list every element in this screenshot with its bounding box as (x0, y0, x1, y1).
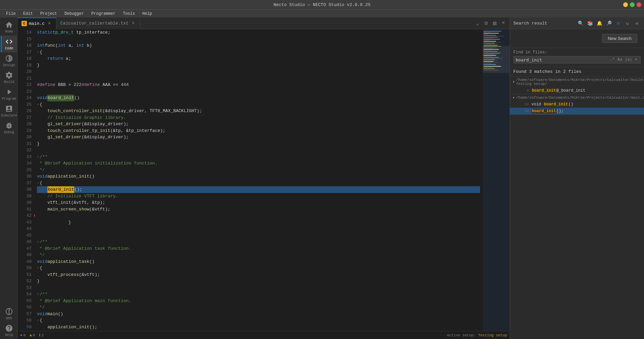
panel-icon-find-files[interactable]: ⊞ (614, 19, 622, 27)
match-highlight-0-0: board_init (531, 88, 556, 93)
sidebar-item-code[interactable]: Code (1, 36, 17, 52)
result-item-1-0[interactable]: 24 void board_init() (510, 101, 644, 108)
tab-close-all-btn[interactable]: × (500, 19, 507, 27)
match-highlight-1-0: board_init (544, 102, 568, 107)
tab-layout-btn[interactable]: ▤ (491, 19, 499, 28)
status-left: ● 0 ▲ 0 ℹ 2 (20, 333, 44, 337)
search-input-actions: .* Aa |a| × (609, 57, 638, 62)
sidebar-item-build[interactable]: Build (1, 69, 17, 86)
sidebar-item-design[interactable]: Design (1, 52, 17, 69)
search-regex-btn[interactable]: .* (609, 57, 615, 62)
close-control[interactable] (637, 2, 641, 7)
sidebar-item-simulate[interactable]: Simulate (1, 103, 17, 119)
search-close-btn[interactable]: × (634, 57, 638, 62)
search-input-row: .* Aa |a| × (513, 56, 641, 63)
tab-close-main-c[interactable]: × (47, 21, 52, 26)
file-path-0: /home/software/Documents/Mikroe/Projects… (516, 78, 644, 86)
code-line-24: void board_init() (37, 95, 480, 101)
sidebar-label-code: Code (5, 47, 13, 50)
sidebar-item-program[interactable]: Program (1, 86, 17, 103)
status-errors: ● 0 (20, 333, 26, 337)
code-line-54: */ (37, 304, 480, 311)
panel-icon-notifications[interactable]: 🔔 (596, 19, 603, 27)
panel-icon-compare[interactable]: ⇄ (633, 19, 641, 27)
tab-dropdown-btn[interactable]: ⌄ (474, 19, 481, 28)
tab-calcualtor[interactable]: Calcualtor_callertable.txt × (56, 17, 140, 29)
code-line-16: int func(int a, int b) (37, 42, 480, 49)
code-content[interactable]: static tp_drv_t tp_interface; int func(i… (34, 29, 483, 331)
tab-main-c[interactable]: C main.c × (17, 17, 56, 29)
file-header-0[interactable]: ▾ /home/software/Documents/Mikroe/Projec… (510, 77, 644, 87)
code-line-44: ▾/** (37, 239, 480, 245)
sidebar-item-web[interactable]: Web (1, 305, 17, 322)
sidebar-label-home: Home (5, 30, 13, 34)
menu-edit[interactable]: Edit (20, 11, 36, 17)
search-word-btn[interactable]: |a| (624, 57, 633, 62)
new-search-container: New Search (510, 29, 644, 48)
code-line-55: void main() (37, 311, 480, 318)
minimize-control[interactable] (623, 2, 628, 7)
code-line-37: ▾{ (37, 180, 480, 187)
menu-programmer[interactable]: Programmer (88, 11, 119, 17)
sidebar-item-home[interactable]: Home (1, 19, 17, 36)
result-item-0-0[interactable]: 4 board_init@_board_init (510, 87, 644, 94)
tab-close-calcualtor[interactable]: × (131, 20, 136, 26)
menu-debugger[interactable]: Debugger (61, 11, 87, 17)
sidebar-item-help[interactable]: Help (1, 322, 17, 339)
status-right: Active setup: Testing setup (447, 333, 507, 337)
result-text-1-0: void board_init() (531, 102, 641, 107)
active-setup-label[interactable]: Active setup: Testing setup (447, 333, 507, 337)
code-line-56: ▾{ (37, 317, 480, 324)
search-results[interactable]: ▾ /home/software/Documents/Mikroe/Projec… (510, 77, 644, 339)
menu-tools[interactable]: Tools (120, 11, 138, 17)
maximize-control[interactable] (630, 2, 635, 7)
code-line-58 (37, 330, 480, 331)
sidebar-label-help: Help (5, 333, 13, 337)
panel-icon-search[interactable]: 🔍 (577, 19, 584, 27)
code-line-40: vtft_init(&vtft, &tp); (37, 199, 480, 206)
code-line-14: static tp_drv_t tp_interface; (37, 29, 480, 36)
panel-icon-find[interactable]: 🔎 (605, 19, 612, 27)
file-header-1[interactable]: ▾ /home/software/Documents/Mikroe/Projec… (510, 94, 644, 101)
code-line-47: void application_task() (37, 258, 480, 265)
menu-project[interactable]: Project (37, 11, 60, 17)
left-sidebar: Home Code Design Build Program Simulate … (0, 17, 17, 339)
info-icon: ℹ (39, 333, 40, 337)
result-item-1-1[interactable]: 38 board_init(); (510, 108, 644, 114)
search-panel-title: Search result (513, 21, 547, 26)
search-input[interactable] (516, 57, 607, 62)
window-controls (623, 2, 641, 7)
tab-split-btn[interactable]: ⊟ (482, 19, 490, 28)
code-line-32 (37, 147, 480, 154)
search-panel-header: Search result 🔍 📚 🔔 🔎 ⊞ ↻ ⇄ (510, 17, 644, 29)
sidebar-label-simulate: Simulate (1, 114, 17, 117)
code-line-22: #define BBB = 222 #define AAA == 444 (37, 82, 480, 88)
code-line-25: ▾{ (37, 101, 480, 108)
code-line-27: // Initialize Graphic library. (37, 114, 480, 121)
code-line-39: // Initialize VTFT library. (37, 193, 480, 200)
sidebar-label-build: Build (4, 80, 14, 84)
code-line-57: application_init(); (37, 324, 480, 331)
code-line-21 (37, 75, 480, 82)
code-line-35: */ (37, 167, 480, 174)
code-and-minimap: 14 15 16 17 18 19 20 21 22 23 24 25 26 2… (17, 29, 510, 331)
chevron-down-icon-1: ▾ (513, 96, 515, 100)
tab-bar-actions: ⌄ ⊟ ▤ × (474, 19, 510, 28)
menu-file[interactable]: File (3, 11, 19, 17)
panel-icon-refresh[interactable]: ↻ (624, 19, 631, 27)
status-bar: ● 0 ▲ 0 ℹ 2 Active setup: Testing setup (17, 331, 510, 339)
code-line-34: * @brief Application initialization func… (37, 160, 480, 167)
sidebar-label-design: Design (3, 63, 15, 67)
sidebar-label-program: Program (2, 97, 16, 101)
code-editor[interactable]: 14 15 16 17 18 19 20 21 22 23 24 25 26 2… (17, 29, 483, 331)
code-line-50: } (37, 278, 480, 285)
panel-icon-bookmarks[interactable]: 📚 (586, 19, 594, 27)
match-highlight-1-1: board_init (531, 109, 556, 113)
window-title: Necto Studio — NECTO Studio v2.0.0.25 (273, 2, 371, 7)
new-search-button[interactable]: New Search (602, 34, 637, 43)
result-line-num-1-0: 24 (519, 102, 529, 106)
sidebar-item-debug[interactable]: Debug (1, 119, 17, 136)
code-line-36: void application_init() (37, 173, 480, 180)
search-case-btn[interactable]: Aa (616, 57, 623, 62)
menu-help[interactable]: Help (139, 11, 156, 17)
